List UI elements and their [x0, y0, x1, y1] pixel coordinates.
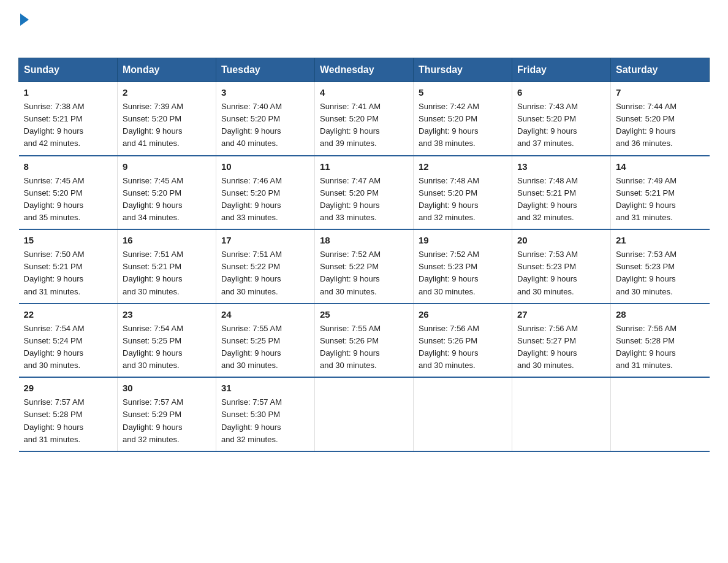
calendar-cell: 4 Sunrise: 7:41 AM Sunset: 5:20 PM Dayli…: [315, 82, 414, 156]
day-number: 4: [320, 87, 408, 98]
day-number: 6: [517, 87, 605, 98]
day-info: Sunrise: 7:45 AM Sunset: 5:20 PM Dayligh…: [24, 175, 113, 224]
day-number: 25: [320, 309, 408, 320]
day-info: Sunrise: 7:43 AM Sunset: 5:20 PM Dayligh…: [517, 101, 605, 150]
weekday-header-wednesday: Wednesday: [315, 58, 414, 82]
day-number: 15: [24, 235, 113, 245]
day-number: 20: [517, 235, 605, 245]
calendar-cell: 5 Sunrise: 7:42 AM Sunset: 5:20 PM Dayli…: [414, 82, 512, 156]
calendar-cell: 31 Sunrise: 7:57 AM Sunset: 5:30 PM Dayl…: [216, 377, 315, 451]
day-info: Sunrise: 7:56 AM Sunset: 5:28 PM Dayligh…: [616, 323, 705, 372]
calendar-cell: 19 Sunrise: 7:52 AM Sunset: 5:23 PM Dayl…: [414, 229, 512, 304]
day-info: Sunrise: 7:57 AM Sunset: 5:28 PM Dayligh…: [24, 396, 113, 446]
calendar-cell: 18 Sunrise: 7:52 AM Sunset: 5:22 PM Dayl…: [315, 229, 414, 304]
day-info: Sunrise: 7:41 AM Sunset: 5:20 PM Dayligh…: [320, 101, 408, 150]
day-info: Sunrise: 7:57 AM Sunset: 5:30 PM Dayligh…: [221, 396, 309, 446]
calendar-week-row: 15 Sunrise: 7:50 AM Sunset: 5:21 PM Dayl…: [19, 229, 710, 304]
calendar-cell: 9 Sunrise: 7:45 AM Sunset: 5:20 PM Dayli…: [118, 156, 216, 230]
calendar-cell: 22 Sunrise: 7:54 AM Sunset: 5:24 PM Dayl…: [19, 304, 118, 378]
calendar-week-row: 8 Sunrise: 7:45 AM Sunset: 5:20 PM Dayli…: [19, 156, 710, 230]
weekday-header-friday: Friday: [512, 58, 611, 82]
day-number: 31: [221, 383, 309, 393]
day-info: Sunrise: 7:55 AM Sunset: 5:26 PM Dayligh…: [320, 323, 408, 372]
calendar-cell: 29 Sunrise: 7:57 AM Sunset: 5:28 PM Dayl…: [19, 377, 118, 451]
day-number: 7: [616, 87, 705, 98]
day-info: Sunrise: 7:55 AM Sunset: 5:25 PM Dayligh…: [221, 323, 309, 372]
day-info: Sunrise: 7:42 AM Sunset: 5:20 PM Dayligh…: [419, 101, 507, 150]
day-info: Sunrise: 7:48 AM Sunset: 5:21 PM Dayligh…: [517, 175, 605, 224]
day-number: 24: [221, 309, 309, 320]
day-number: 13: [517, 161, 605, 172]
day-info: Sunrise: 7:56 AM Sunset: 5:27 PM Dayligh…: [517, 323, 605, 372]
day-info: Sunrise: 7:53 AM Sunset: 5:23 PM Dayligh…: [517, 248, 605, 298]
day-number: 17: [221, 235, 309, 245]
day-number: 8: [24, 161, 113, 172]
day-info: Sunrise: 7:52 AM Sunset: 5:23 PM Dayligh…: [419, 248, 507, 298]
day-info: Sunrise: 7:56 AM Sunset: 5:26 PM Dayligh…: [419, 323, 507, 372]
day-info: Sunrise: 7:39 AM Sunset: 5:20 PM Dayligh…: [123, 101, 211, 150]
calendar-cell: 10 Sunrise: 7:46 AM Sunset: 5:20 PM Dayl…: [216, 156, 315, 230]
calendar-cell: [611, 377, 710, 451]
calendar-week-row: 22 Sunrise: 7:54 AM Sunset: 5:24 PM Dayl…: [19, 304, 710, 378]
day-number: 2: [123, 87, 211, 98]
day-info: Sunrise: 7:38 AM Sunset: 5:21 PM Dayligh…: [24, 101, 113, 150]
calendar-week-row: 29 Sunrise: 7:57 AM Sunset: 5:28 PM Dayl…: [19, 377, 710, 451]
day-number: 18: [320, 235, 408, 245]
day-info: Sunrise: 7:48 AM Sunset: 5:20 PM Dayligh…: [419, 175, 507, 224]
calendar-cell: 23 Sunrise: 7:54 AM Sunset: 5:25 PM Dayl…: [118, 304, 216, 378]
calendar-cell: 1 Sunrise: 7:38 AM Sunset: 5:21 PM Dayli…: [19, 82, 118, 156]
calendar-cell: [315, 377, 414, 451]
day-number: 1: [24, 87, 113, 98]
logo-arrow-icon: [20, 13, 29, 26]
day-number: 27: [517, 309, 605, 320]
day-info: Sunrise: 7:53 AM Sunset: 5:23 PM Dayligh…: [616, 248, 705, 298]
page-header: [18, 12, 710, 45]
day-number: 19: [419, 235, 507, 245]
calendar-cell: 11 Sunrise: 7:47 AM Sunset: 5:20 PM Dayl…: [315, 156, 414, 230]
day-info: Sunrise: 7:40 AM Sunset: 5:20 PM Dayligh…: [221, 101, 309, 150]
calendar-cell: 7 Sunrise: 7:44 AM Sunset: 5:20 PM Dayli…: [611, 82, 710, 156]
calendar-cell: 28 Sunrise: 7:56 AM Sunset: 5:28 PM Dayl…: [611, 304, 710, 378]
day-info: Sunrise: 7:47 AM Sunset: 5:20 PM Dayligh…: [320, 175, 408, 224]
day-info: Sunrise: 7:52 AM Sunset: 5:22 PM Dayligh…: [320, 248, 408, 298]
day-info: Sunrise: 7:50 AM Sunset: 5:21 PM Dayligh…: [24, 248, 113, 298]
day-info: Sunrise: 7:51 AM Sunset: 5:21 PM Dayligh…: [123, 248, 211, 298]
day-number: 14: [616, 161, 705, 172]
day-number: 10: [221, 161, 309, 172]
day-number: 21: [616, 235, 705, 245]
calendar-cell: 26 Sunrise: 7:56 AM Sunset: 5:26 PM Dayl…: [414, 304, 512, 378]
calendar-cell: [414, 377, 512, 451]
calendar-cell: 24 Sunrise: 7:55 AM Sunset: 5:25 PM Dayl…: [216, 304, 315, 378]
calendar-cell: 12 Sunrise: 7:48 AM Sunset: 5:20 PM Dayl…: [414, 156, 512, 230]
logo: [18, 12, 29, 45]
calendar-cell: 20 Sunrise: 7:53 AM Sunset: 5:23 PM Dayl…: [512, 229, 611, 304]
day-number: 29: [24, 383, 113, 393]
calendar-cell: [512, 377, 611, 451]
weekday-header-sunday: Sunday: [19, 58, 118, 82]
day-info: Sunrise: 7:46 AM Sunset: 5:20 PM Dayligh…: [221, 175, 309, 224]
day-number: 12: [419, 161, 507, 172]
day-info: Sunrise: 7:51 AM Sunset: 5:22 PM Dayligh…: [221, 248, 309, 298]
day-number: 28: [616, 309, 705, 320]
calendar-cell: 25 Sunrise: 7:55 AM Sunset: 5:26 PM Dayl…: [315, 304, 414, 378]
day-number: 11: [320, 161, 408, 172]
calendar-cell: 2 Sunrise: 7:39 AM Sunset: 5:20 PM Dayli…: [118, 82, 216, 156]
day-number: 5: [419, 87, 507, 98]
weekday-header-saturday: Saturday: [611, 58, 710, 82]
calendar-cell: 14 Sunrise: 7:49 AM Sunset: 5:21 PM Dayl…: [611, 156, 710, 230]
day-info: Sunrise: 7:54 AM Sunset: 5:25 PM Dayligh…: [123, 323, 211, 372]
calendar-cell: 30 Sunrise: 7:57 AM Sunset: 5:29 PM Dayl…: [118, 377, 216, 451]
day-number: 22: [24, 309, 113, 320]
day-number: 9: [123, 161, 211, 172]
day-info: Sunrise: 7:44 AM Sunset: 5:20 PM Dayligh…: [616, 101, 705, 150]
calendar-cell: 21 Sunrise: 7:53 AM Sunset: 5:23 PM Dayl…: [611, 229, 710, 304]
day-number: 23: [123, 309, 211, 320]
calendar-cell: 16 Sunrise: 7:51 AM Sunset: 5:21 PM Dayl…: [118, 229, 216, 304]
day-info: Sunrise: 7:57 AM Sunset: 5:29 PM Dayligh…: [123, 396, 211, 446]
day-info: Sunrise: 7:49 AM Sunset: 5:21 PM Dayligh…: [616, 175, 705, 224]
weekday-header-tuesday: Tuesday: [216, 58, 315, 82]
calendar-cell: 27 Sunrise: 7:56 AM Sunset: 5:27 PM Dayl…: [512, 304, 611, 378]
calendar-cell: 17 Sunrise: 7:51 AM Sunset: 5:22 PM Dayl…: [216, 229, 315, 304]
calendar-cell: 3 Sunrise: 7:40 AM Sunset: 5:20 PM Dayli…: [216, 82, 315, 156]
calendar-table: SundayMondayTuesdayWednesdayThursdayFrid…: [18, 58, 710, 452]
